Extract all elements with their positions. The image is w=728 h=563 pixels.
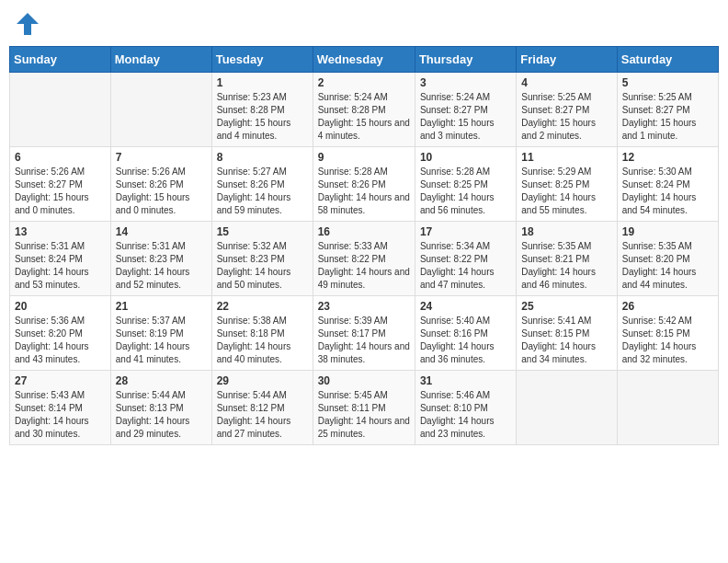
day-detail: Sunrise: 5:25 AMSunset: 8:27 PMDaylight:… — [521, 91, 611, 143]
calendar-cell: 10Sunrise: 5:28 AMSunset: 8:25 PMDayligh… — [415, 147, 516, 222]
calendar-cell: 28Sunrise: 5:44 AMSunset: 8:13 PMDayligh… — [110, 371, 211, 445]
day-detail: Sunrise: 5:32 AMSunset: 8:23 PMDaylight:… — [217, 240, 308, 292]
day-detail: Sunrise: 5:27 AMSunset: 8:26 PMDaylight:… — [217, 166, 308, 217]
day-number: 21 — [116, 300, 207, 313]
day-detail: Sunrise: 5:24 AMSunset: 8:27 PMDaylight:… — [420, 91, 511, 143]
day-detail: Sunrise: 5:39 AMSunset: 8:17 PMDaylight:… — [318, 315, 410, 366]
day-detail: Sunrise: 5:46 AMSunset: 8:10 PMDaylight:… — [420, 389, 511, 441]
calendar-cell: 12Sunrise: 5:30 AMSunset: 8:24 PMDayligh… — [617, 147, 718, 222]
logo — [13, 9, 44, 39]
day-number: 23 — [318, 300, 410, 313]
calendar-cell: 9Sunrise: 5:28 AMSunset: 8:26 PMDaylight… — [313, 147, 415, 222]
calendar-table: SundayMondayTuesdayWednesdayThursdayFrid… — [9, 46, 719, 445]
day-number: 18 — [521, 225, 611, 238]
calendar-cell: 18Sunrise: 5:35 AMSunset: 8:21 PMDayligh… — [517, 222, 617, 296]
calendar-cell: 29Sunrise: 5:44 AMSunset: 8:12 PMDayligh… — [211, 371, 313, 445]
day-number: 30 — [318, 374, 410, 387]
day-number: 7 — [116, 151, 207, 164]
day-number: 17 — [420, 225, 511, 238]
day-detail: Sunrise: 5:38 AMSunset: 8:18 PMDaylight:… — [217, 315, 308, 366]
day-number: 6 — [15, 151, 106, 164]
calendar-cell: 16Sunrise: 5:33 AMSunset: 8:22 PMDayligh… — [313, 222, 415, 296]
weekday-header-monday: Monday — [110, 47, 211, 73]
calendar-cell — [10, 73, 111, 147]
calendar-cell: 24Sunrise: 5:40 AMSunset: 8:16 PMDayligh… — [415, 296, 516, 371]
day-detail: Sunrise: 5:35 AMSunset: 8:21 PMDaylight:… — [521, 240, 611, 292]
day-number: 31 — [420, 374, 511, 387]
calendar-cell: 13Sunrise: 5:31 AMSunset: 8:24 PMDayligh… — [10, 222, 111, 296]
day-number: 25 — [521, 300, 611, 313]
day-detail: Sunrise: 5:35 AMSunset: 8:20 PMDaylight:… — [622, 240, 713, 292]
weekday-header-friday: Friday — [517, 47, 617, 73]
calendar-cell: 17Sunrise: 5:34 AMSunset: 8:22 PMDayligh… — [415, 222, 516, 296]
day-number: 16 — [318, 225, 410, 238]
calendar-week-row: 13Sunrise: 5:31 AMSunset: 8:24 PMDayligh… — [10, 222, 719, 296]
day-number: 22 — [217, 300, 308, 313]
day-number: 9 — [318, 151, 410, 164]
logo-icon — [13, 9, 42, 39]
day-number: 19 — [622, 225, 713, 238]
day-detail: Sunrise: 5:42 AMSunset: 8:15 PMDaylight:… — [622, 315, 713, 366]
calendar-cell: 30Sunrise: 5:45 AMSunset: 8:11 PMDayligh… — [313, 371, 415, 445]
day-detail: Sunrise: 5:44 AMSunset: 8:12 PMDaylight:… — [217, 389, 308, 441]
day-number: 14 — [116, 225, 207, 238]
day-detail: Sunrise: 5:36 AMSunset: 8:20 PMDaylight:… — [15, 315, 106, 366]
day-detail: Sunrise: 5:29 AMSunset: 8:25 PMDaylight:… — [521, 166, 611, 217]
day-detail: Sunrise: 5:44 AMSunset: 8:13 PMDaylight:… — [116, 389, 207, 441]
day-number: 15 — [217, 225, 308, 238]
calendar-cell: 1Sunrise: 5:23 AMSunset: 8:28 PMDaylight… — [211, 73, 313, 147]
weekday-header-sunday: Sunday — [10, 47, 111, 73]
day-number: 27 — [15, 374, 106, 387]
day-detail: Sunrise: 5:37 AMSunset: 8:19 PMDaylight:… — [116, 315, 207, 366]
calendar-cell: 14Sunrise: 5:31 AMSunset: 8:23 PMDayligh… — [110, 222, 211, 296]
weekday-header-wednesday: Wednesday — [313, 47, 415, 73]
weekday-header-thursday: Thursday — [415, 47, 516, 73]
weekday-header-tuesday: Tuesday — [211, 47, 313, 73]
day-detail: Sunrise: 5:25 AMSunset: 8:27 PMDaylight:… — [622, 91, 713, 143]
day-number: 10 — [420, 151, 511, 164]
calendar-cell — [617, 371, 718, 445]
calendar-cell: 26Sunrise: 5:42 AMSunset: 8:15 PMDayligh… — [617, 296, 718, 371]
day-number: 24 — [420, 300, 511, 313]
day-detail: Sunrise: 5:40 AMSunset: 8:16 PMDaylight:… — [420, 315, 511, 366]
day-detail: Sunrise: 5:28 AMSunset: 8:26 PMDaylight:… — [318, 166, 410, 217]
day-detail: Sunrise: 5:24 AMSunset: 8:28 PMDaylight:… — [318, 91, 410, 143]
calendar-cell: 22Sunrise: 5:38 AMSunset: 8:18 PMDayligh… — [211, 296, 313, 371]
calendar-cell: 19Sunrise: 5:35 AMSunset: 8:20 PMDayligh… — [617, 222, 718, 296]
calendar-cell: 11Sunrise: 5:29 AMSunset: 8:25 PMDayligh… — [517, 147, 617, 222]
calendar-cell: 31Sunrise: 5:46 AMSunset: 8:10 PMDayligh… — [415, 371, 516, 445]
day-number: 29 — [217, 374, 308, 387]
day-number: 3 — [420, 76, 511, 89]
calendar-week-row: 6Sunrise: 5:26 AMSunset: 8:27 PMDaylight… — [10, 147, 719, 222]
calendar-cell: 20Sunrise: 5:36 AMSunset: 8:20 PMDayligh… — [10, 296, 111, 371]
day-number: 28 — [116, 374, 207, 387]
calendar-cell: 7Sunrise: 5:26 AMSunset: 8:26 PMDaylight… — [110, 147, 211, 222]
day-detail: Sunrise: 5:23 AMSunset: 8:28 PMDaylight:… — [217, 91, 308, 143]
day-number: 8 — [217, 151, 308, 164]
day-detail: Sunrise: 5:34 AMSunset: 8:22 PMDaylight:… — [420, 240, 511, 292]
calendar-week-row: 1Sunrise: 5:23 AMSunset: 8:28 PMDaylight… — [10, 73, 719, 147]
weekday-header-row: SundayMondayTuesdayWednesdayThursdayFrid… — [10, 47, 719, 73]
calendar-cell: 27Sunrise: 5:43 AMSunset: 8:14 PMDayligh… — [10, 371, 111, 445]
day-number: 11 — [521, 151, 611, 164]
calendar-cell: 23Sunrise: 5:39 AMSunset: 8:17 PMDayligh… — [313, 296, 415, 371]
calendar-week-row: 20Sunrise: 5:36 AMSunset: 8:20 PMDayligh… — [10, 296, 719, 371]
day-number: 5 — [622, 76, 713, 89]
day-number: 1 — [217, 76, 308, 89]
day-detail: Sunrise: 5:26 AMSunset: 8:26 PMDaylight:… — [116, 166, 207, 217]
day-detail: Sunrise: 5:30 AMSunset: 8:24 PMDaylight:… — [622, 166, 713, 217]
calendar-cell: 4Sunrise: 5:25 AMSunset: 8:27 PMDaylight… — [517, 73, 617, 147]
calendar-cell: 6Sunrise: 5:26 AMSunset: 8:27 PMDaylight… — [10, 147, 111, 222]
calendar-cell: 2Sunrise: 5:24 AMSunset: 8:28 PMDaylight… — [313, 73, 415, 147]
day-detail: Sunrise: 5:26 AMSunset: 8:27 PMDaylight:… — [15, 166, 106, 217]
calendar-cell — [517, 371, 617, 445]
day-detail: Sunrise: 5:33 AMSunset: 8:22 PMDaylight:… — [318, 240, 410, 292]
calendar-cell: 21Sunrise: 5:37 AMSunset: 8:19 PMDayligh… — [110, 296, 211, 371]
day-number: 13 — [15, 225, 106, 238]
weekday-header-saturday: Saturday — [617, 47, 718, 73]
day-detail: Sunrise: 5:45 AMSunset: 8:11 PMDaylight:… — [318, 389, 410, 441]
page-header — [9, 9, 719, 39]
day-number: 12 — [622, 151, 713, 164]
day-detail: Sunrise: 5:31 AMSunset: 8:23 PMDaylight:… — [116, 240, 207, 292]
day-number: 20 — [15, 300, 106, 313]
